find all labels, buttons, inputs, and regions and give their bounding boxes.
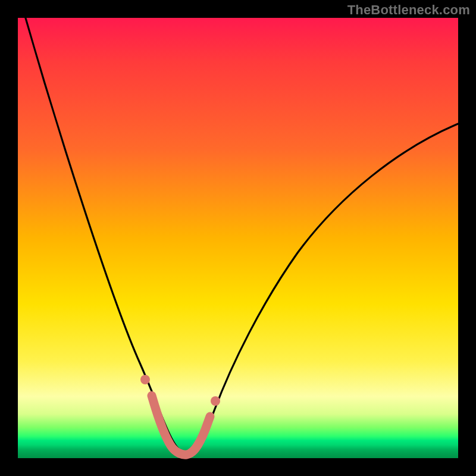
bottleneck-curve: [24, 12, 458, 454]
highlight-segment: [152, 396, 210, 455]
highlight-dot-right: [211, 396, 220, 406]
chart-svg: [18, 18, 458, 458]
highlight-dot-left: [140, 375, 150, 384]
watermark-text: TheBottleneck.com: [347, 2, 470, 18]
outer-frame: TheBottleneck.com: [0, 0, 476, 476]
